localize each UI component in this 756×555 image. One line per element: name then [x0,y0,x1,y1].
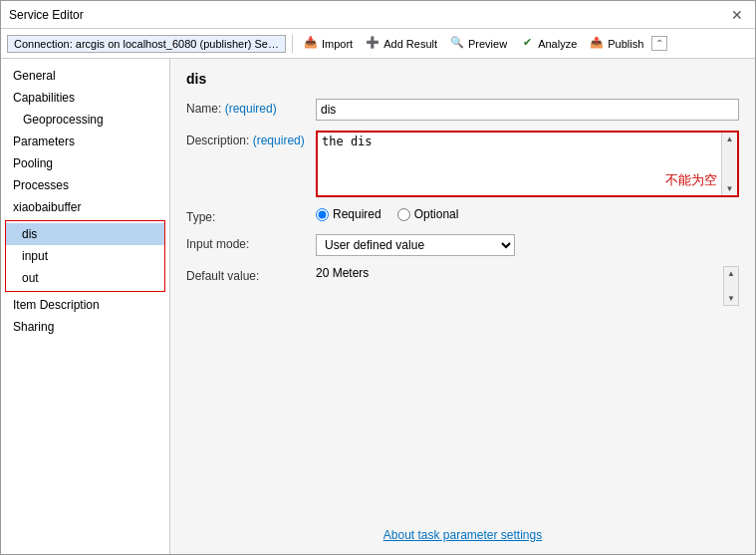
input-mode-select[interactable]: User defined value Constant value Proces… [316,234,515,256]
add-result-button[interactable]: ➕ Add Result [361,34,441,54]
scroll-up-arrow[interactable]: ▲ [724,133,736,145]
type-required-option[interactable]: Required [316,207,381,221]
default-value-row: Default value: 20 Meters ▲ ▼ [186,266,739,306]
name-input[interactable] [316,99,739,121]
content-area: dis Name: (required) Description: (requi… [170,59,755,554]
input-mode-label: Input mode: [186,234,316,251]
sidebar: General Capabilities Geoprocessing Param… [1,59,170,554]
input-mode-select-wrapper: User defined value Constant value Proces… [316,234,739,256]
default-scroll-down[interactable]: ▼ [725,292,737,305]
description-scrollbar: ▲ ▼ [721,133,737,195]
sidebar-item-capabilities[interactable]: Capabilities [1,87,169,109]
toolbar-expand-button[interactable]: ⌃ [651,36,667,51]
description-error: 不能为空 [665,171,717,189]
default-scroll-up[interactable]: ▲ [725,267,737,280]
sidebar-item-pooling[interactable]: Pooling [1,152,169,174]
add-result-label: Add Result [383,38,437,50]
service-editor-window: Service Editor ✕ Connection: arcgis on l… [0,0,756,555]
sidebar-item-dis[interactable]: dis [6,223,164,245]
sidebar-group: dis input out [5,220,165,292]
type-row: Type: Required Optional [186,207,739,224]
type-optional-radio[interactable] [397,208,410,221]
preview-label: Preview [468,38,507,50]
publish-label: Publish [608,38,643,50]
type-optional-label: Optional [414,207,459,221]
close-button[interactable]: ✕ [727,7,747,23]
default-value-wrapper: 20 Meters ▲ ▼ [316,266,739,306]
sidebar-item-input[interactable]: input [6,245,164,267]
sidebar-group-label: xiaobaibuffer [1,196,169,218]
import-button[interactable]: 📥 Import [299,34,357,54]
import-icon: 📥 [303,36,319,52]
analyze-label: Analyze [538,38,577,50]
input-mode-row: Input mode: User defined value Constant … [186,234,739,256]
name-row: Name: (required) [186,99,739,121]
description-textarea-wrapper: the dis 不能为空 ▲ ▼ [316,131,739,197]
sidebar-item-general[interactable]: General [1,65,169,87]
type-optional-option[interactable]: Optional [397,207,459,221]
description-row: Description: (required) the dis 不能为空 ▲ ▼ [186,131,739,197]
content-title: dis [186,71,739,87]
default-value-scrollbar: ▲ ▼ [723,266,739,306]
title-bar: Service Editor ✕ [1,1,755,29]
publish-icon: 📤 [589,36,605,52]
type-radio-group: Required Optional [316,207,458,221]
sidebar-item-processes[interactable]: Processes [1,174,169,196]
type-required-radio[interactable] [316,208,329,221]
default-value-text: 20 Meters [316,266,723,280]
preview-icon: 🔍 [449,36,465,52]
default-value-label: Default value: [186,266,316,283]
type-label: Type: [186,207,316,224]
sidebar-item-sharing[interactable]: Sharing [1,316,169,338]
sidebar-item-geoprocessing[interactable]: Geoprocessing [1,109,169,131]
preview-button[interactable]: 🔍 Preview [445,34,511,54]
toolbar: Connection: arcgis on localhost_6080 (pu… [1,29,755,59]
publish-button[interactable]: 📤 Publish [585,34,647,54]
sidebar-item-parameters[interactable]: Parameters [1,131,169,152]
analyze-icon: ✔ [519,36,535,52]
import-label: Import [322,38,353,50]
content-spacer [186,316,739,508]
sidebar-item-item-description[interactable]: Item Description [1,294,169,316]
scroll-down-arrow[interactable]: ▼ [724,182,736,195]
analyze-button[interactable]: ✔ Analyze [515,34,581,54]
main-area: General Capabilities Geoprocessing Param… [1,59,755,554]
about-link[interactable]: About task parameter settings [186,508,739,542]
description-label: Description: (required) [186,131,316,147]
window-title: Service Editor [9,8,84,22]
toolbar-divider-1 [292,35,293,53]
type-required-label: Required [333,207,381,221]
connection-label: Connection: arcgis on localhost_6080 (pu… [7,35,286,53]
content-body: dis Name: (required) Description: (requi… [186,71,739,542]
name-label: Name: (required) [186,99,316,116]
sidebar-item-out[interactable]: out [6,267,164,289]
add-result-icon: ➕ [365,36,380,52]
